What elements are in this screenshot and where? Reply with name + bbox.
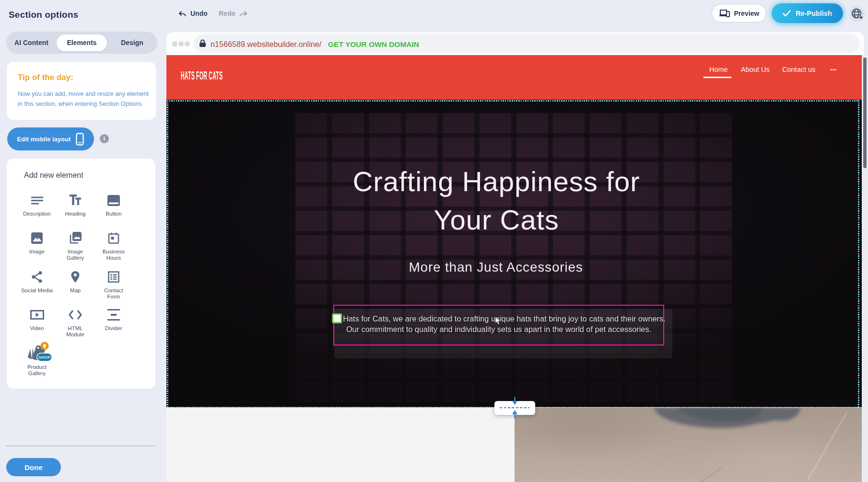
svg-text:SHOP: SHOP	[38, 355, 51, 360]
